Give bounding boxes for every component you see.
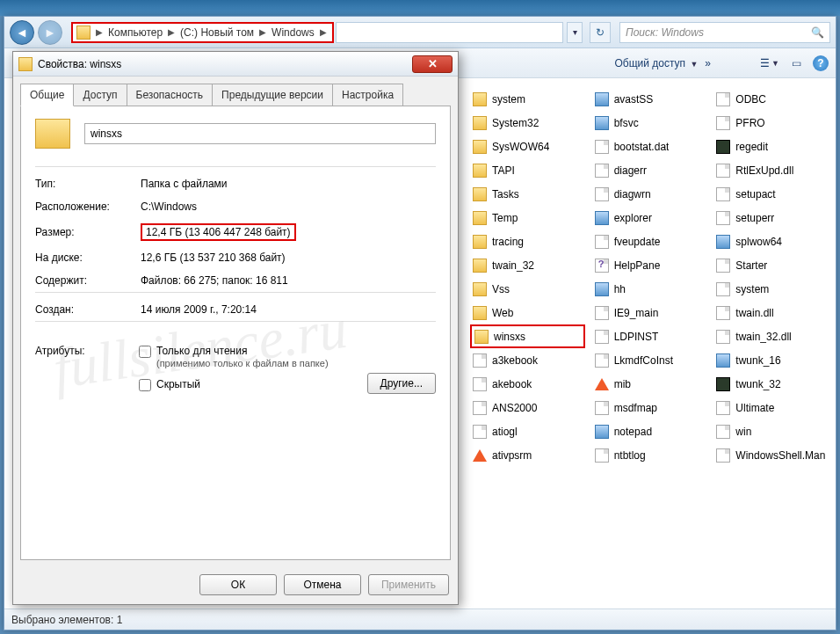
view-mode-button[interactable]: ☰ ▼ — [760, 54, 779, 73]
chevron-right-icon[interactable]: ▶ — [166, 27, 177, 37]
file-item[interactable]: PFRO — [713, 111, 829, 135]
file-list: systemSystem32SysWOW64TAPITasksTemptraci… — [463, 78, 836, 608]
file-label: system — [492, 93, 525, 106]
breadcrumb-seg[interactable]: (C:) Новый том — [177, 26, 257, 39]
file-item[interactable]: bfsvc — [592, 111, 707, 135]
file-item[interactable]: ODBC — [713, 87, 829, 111]
file-item[interactable]: bootstat.dat — [592, 135, 707, 158]
chevron-right-icon[interactable]: ▶ — [94, 27, 105, 37]
file-item[interactable]: Tasks — [470, 182, 585, 206]
file-item[interactable]: ativpsrm — [470, 443, 585, 467]
file-item[interactable]: diagwrn — [592, 182, 707, 206]
file-item[interactable]: fveupdate — [592, 230, 707, 253]
file-label: PFRO — [735, 117, 764, 129]
nav-forward-button[interactable]: ► — [38, 20, 62, 45]
file-item[interactable]: system — [470, 87, 585, 111]
file-item[interactable]: Starter — [713, 253, 829, 277]
tab-customize[interactable]: Настройка — [333, 84, 403, 106]
chevron-right-icon[interactable]: ▶ — [318, 27, 329, 37]
file-item[interactable]: avastSS — [592, 87, 707, 111]
readonly-checkbox[interactable]: Только для чтения (применимо только к фа… — [139, 345, 355, 369]
tab-previous-versions[interactable]: Предыдущие версии — [213, 84, 333, 106]
file-item[interactable]: System32 — [470, 111, 585, 135]
refresh-button[interactable]: ↻ — [590, 22, 611, 43]
file-item[interactable]: ANS2000 — [470, 396, 585, 419]
file-item[interactable]: ntbtlog — [592, 443, 707, 467]
file-label: fveupdate — [614, 236, 661, 248]
file-item[interactable]: Web — [470, 301, 585, 324]
file-item[interactable]: Ultimate — [713, 396, 829, 419]
tab-access[interactable]: Доступ — [74, 84, 127, 106]
file-item[interactable]: IE9_main — [592, 301, 707, 324]
chevron-right-icon[interactable]: ▶ — [257, 27, 268, 37]
ok-button[interactable]: ОК — [199, 574, 277, 595]
file-label: twain.dll — [735, 307, 773, 319]
file-item[interactable]: explorer — [592, 206, 707, 230]
address-input[interactable] — [336, 22, 563, 43]
file-item[interactable]: LkmdfCoInst — [592, 348, 707, 372]
file-item[interactable]: msdfmap — [592, 396, 707, 419]
hidden-checkbox[interactable]: Скрытый — [139, 378, 355, 391]
dialog-titlebar[interactable]: Свойства: winsxs ✕ — [13, 52, 458, 77]
file-item[interactable]: winsxs — [470, 324, 585, 348]
share-menu[interactable]: Общий доступ ▼ — [614, 57, 698, 69]
file-item[interactable]: splwow64 — [713, 230, 829, 253]
file-item[interactable]: Vss — [470, 277, 585, 301]
folder-icon — [473, 92, 487, 106]
breadcrumb[interactable]: ▶ Компьютер ▶ (C:) Новый том ▶ Windows ▶ — [71, 22, 334, 43]
tab-general[interactable]: Общие — [20, 84, 74, 106]
file-icon — [716, 259, 730, 273]
breadcrumb-seg[interactable]: Windows — [268, 26, 318, 39]
file-item[interactable]: setupact — [713, 182, 829, 206]
help-button[interactable]: ? — [813, 55, 829, 71]
file-icon — [716, 92, 730, 106]
search-input[interactable]: Поиск: Windows 🔍 — [619, 22, 830, 43]
file-item[interactable]: win — [713, 419, 829, 443]
readonly-input[interactable] — [139, 346, 151, 358]
file-label: Web — [492, 307, 513, 319]
apply-button[interactable]: Применить — [368, 574, 449, 595]
file-item[interactable]: diagerr — [592, 158, 707, 182]
tab-security[interactable]: Безопасность — [127, 84, 214, 106]
file-item[interactable]: twain.dll — [713, 301, 829, 324]
file-item[interactable]: SysWOW64 — [470, 135, 585, 158]
preview-pane-button[interactable]: ▭ — [786, 54, 806, 73]
breadcrumb-seg[interactable]: Компьютер — [105, 26, 166, 39]
file-item[interactable]: regedit — [713, 135, 829, 158]
nav-back-button[interactable]: ◄ — [10, 20, 34, 45]
file-label: twain_32.dll — [735, 331, 791, 343]
other-attributes-button[interactable]: Другие... — [367, 373, 436, 394]
file-item[interactable]: tracing — [470, 230, 585, 253]
file-item[interactable]: twunk_16 — [713, 348, 829, 372]
folder-icon — [473, 164, 487, 178]
file-item[interactable]: notepad — [592, 419, 707, 443]
file-item[interactable]: akebook — [470, 372, 585, 396]
cancel-button[interactable]: Отмена — [284, 574, 361, 595]
file-item[interactable]: twain_32 — [470, 253, 585, 277]
file-item[interactable]: RtlExUpd.dll — [713, 158, 829, 182]
hidden-input[interactable] — [139, 379, 151, 391]
file-item[interactable]: atiogl — [470, 419, 585, 443]
file-item[interactable]: hh — [592, 277, 707, 301]
file-item[interactable]: HelpPane — [592, 253, 707, 277]
file-label: Tasks — [492, 188, 519, 200]
more-menu[interactable]: » — [705, 57, 711, 69]
file-label: HelpPane — [614, 259, 661, 272]
address-dropdown[interactable]: ▾ — [567, 22, 583, 43]
dialog-buttons: ОК Отмена Применить — [13, 567, 458, 604]
file-item[interactable]: mib — [592, 372, 707, 396]
dark-icon — [716, 140, 730, 154]
file-item[interactable]: setuperr — [713, 206, 829, 230]
file-item[interactable]: WindowsShell.Man — [713, 443, 829, 467]
file-item[interactable]: LDPINST — [592, 324, 707, 348]
file-item[interactable]: twain_32.dll — [713, 324, 829, 348]
file-label: ODBC — [735, 93, 766, 106]
folder-name-input[interactable] — [84, 123, 436, 144]
file-item[interactable]: TAPI — [470, 158, 585, 182]
file-icon — [716, 164, 730, 178]
file-item[interactable]: a3kebook — [470, 348, 585, 372]
file-item[interactable]: system — [713, 277, 829, 301]
file-item[interactable]: twunk_32 — [713, 372, 829, 396]
close-button[interactable]: ✕ — [412, 55, 453, 73]
file-item[interactable]: Temp — [470, 206, 585, 230]
